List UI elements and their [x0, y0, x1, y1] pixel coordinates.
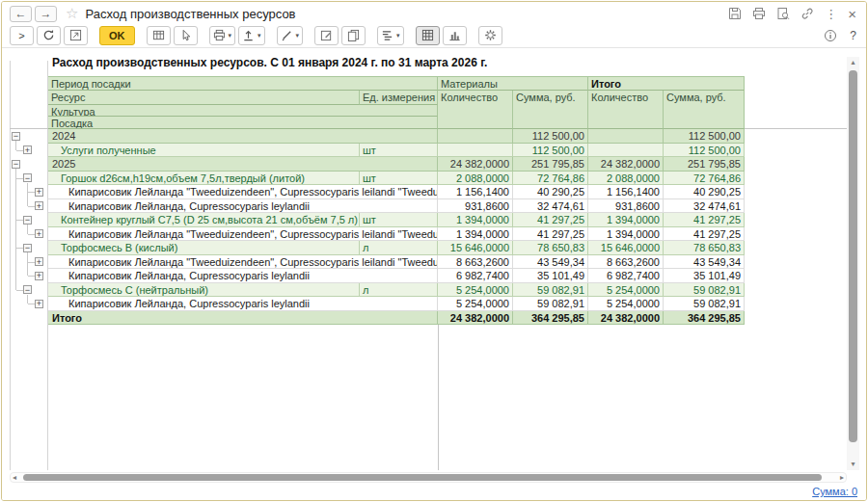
- collapse-group-button[interactable]: −: [23, 173, 32, 182]
- cell-qty-materials[interactable]: 24 382,0000: [438, 157, 513, 172]
- cell-qty-materials[interactable]: 931,8600: [438, 199, 513, 214]
- more-menu-icon[interactable]: ⋮: [825, 7, 837, 21]
- cell-sum-total[interactable]: 112 500,00: [664, 144, 745, 158]
- header-cell-qty-total[interactable]: Количество: [588, 91, 664, 129]
- brush-dropdown-icon[interactable]: ▾: [296, 32, 300, 40]
- cell-sum-total[interactable]: 251 795,85: [664, 157, 745, 172]
- vertical-scrollbar[interactable]: ▴ ▾: [847, 57, 859, 470]
- cell-sum-materials[interactable]: 41 297,25: [513, 213, 588, 227]
- cell-qty-total[interactable]: 1 394,0000: [588, 227, 664, 242]
- cell-qty-materials[interactable]: 1 156,1400: [438, 185, 513, 199]
- help-icon[interactable]: ?: [850, 29, 856, 42]
- close-icon[interactable]: ×: [848, 6, 856, 22]
- cell-unit[interactable]: л: [360, 241, 438, 255]
- scroll-down-icon[interactable]: ▾: [847, 460, 859, 469]
- cell-qty-materials[interactable]: 8 663,2600: [438, 255, 513, 270]
- cell-qty-total[interactable]: 2 088,0000: [588, 172, 664, 186]
- refresh-button[interactable]: [37, 26, 61, 45]
- cell-sum-materials[interactable]: 364 295,85: [513, 311, 588, 326]
- cell-unit[interactable]: шт: [360, 144, 438, 158]
- row-label[interactable]: Услуги полученные: [48, 144, 360, 158]
- cell-qty-materials[interactable]: 24 382,0000: [438, 311, 513, 326]
- header-cell-unit[interactable]: Ед. измерения: [360, 91, 438, 105]
- horizontal-scrollbar[interactable]: ◂ ▸: [10, 472, 847, 483]
- outline-levels-button[interactable]: ▾: [377, 26, 404, 45]
- cell-qty-materials[interactable]: [438, 144, 513, 158]
- cell-sum-materials[interactable]: 78 650,83: [513, 241, 588, 255]
- cell-sum-total[interactable]: 43 549,34: [664, 255, 745, 270]
- header-cell-qty-materials[interactable]: Количество: [438, 91, 513, 129]
- cell-sum-total[interactable]: 35 101,49: [664, 269, 745, 283]
- header-cell-resource[interactable]: Ресурс: [48, 91, 360, 105]
- cell-sum-materials[interactable]: 251 795,85: [513, 157, 588, 172]
- cell-qty-materials[interactable]: 2 088,0000: [438, 172, 513, 186]
- cell-qty-total[interactable]: [588, 144, 664, 158]
- expand-group-button[interactable]: +: [35, 229, 43, 238]
- expand-group-button[interactable]: +: [35, 257, 43, 266]
- expand-group-button[interactable]: +: [35, 300, 43, 308]
- cell-qty-total[interactable]: 8 663,2600: [588, 255, 664, 270]
- cell-qty-total[interactable]: 1 156,1400: [588, 185, 664, 199]
- horizontal-scroll-thumb[interactable]: [23, 474, 822, 481]
- expand-group-button[interactable]: +: [35, 272, 43, 280]
- cell-sum-total[interactable]: 59 082,91: [664, 297, 745, 311]
- format-brush-button[interactable]: ▾: [277, 26, 304, 45]
- scroll-up-icon[interactable]: ▴: [847, 58, 859, 67]
- header-cell-planting[interactable]: Посадка: [48, 117, 438, 129]
- cell-sum-materials[interactable]: 41 297,25: [513, 227, 588, 242]
- collapse-group-button[interactable]: −: [23, 244, 32, 252]
- row-label[interactable]: Кипарисовик Лейланда "Tweeduizendeen", C…: [48, 255, 438, 270]
- favorite-star-icon[interactable]: ☆: [66, 5, 78, 22]
- row-label[interactable]: 2024: [48, 129, 438, 144]
- row-label[interactable]: 2025: [48, 157, 438, 172]
- cell-qty-materials[interactable]: 1 394,0000: [438, 227, 513, 242]
- row-label[interactable]: Торфосмесь В (кислый): [48, 241, 360, 255]
- cell-qty-materials[interactable]: 6 982,7400: [438, 269, 513, 283]
- header-cell-sum-materials[interactable]: Сумма, руб.: [513, 91, 588, 129]
- cell-qty-materials[interactable]: 15 646,0000: [438, 241, 513, 255]
- info-icon[interactable]: [824, 29, 837, 42]
- preview-icon[interactable]: [776, 7, 790, 20]
- grid-settings-button[interactable]: [147, 26, 171, 45]
- sum-status-link[interactable]: Сумма: 0: [812, 486, 857, 497]
- save-icon[interactable]: [728, 7, 742, 20]
- collapse-group-button[interactable]: −: [23, 285, 32, 294]
- scroll-left-icon[interactable]: ◂: [13, 473, 16, 482]
- cell-unit[interactable]: л: [360, 283, 438, 298]
- cell-qty-total[interactable]: 6 982,7400: [588, 269, 664, 283]
- cell-sum-materials[interactable]: 32 474,61: [513, 199, 588, 214]
- cell-sum-total[interactable]: 32 474,61: [664, 199, 745, 214]
- cell-sum-total[interactable]: 112 500,00: [664, 129, 745, 144]
- expand-group-button[interactable]: +: [35, 188, 43, 197]
- forward-button[interactable]: →: [35, 6, 57, 22]
- cell-qty-materials[interactable]: 5 254,0000: [438, 297, 513, 311]
- cell-qty-total[interactable]: 1 394,0000: [588, 213, 664, 227]
- report-title[interactable]: Расход производственных ресурсов. С 01 я…: [52, 56, 487, 69]
- cell-sum-materials[interactable]: 43 549,34: [513, 255, 588, 270]
- row-label[interactable]: Кипарисовик Лейланда "Tweeduizendeen", C…: [48, 185, 438, 199]
- print-button[interactable]: ▾: [209, 26, 236, 45]
- edit-button[interactable]: [314, 26, 339, 45]
- cell-qty-total[interactable]: [588, 129, 664, 144]
- row-label[interactable]: Торфосмесь С (нейтральный): [48, 283, 360, 298]
- cell-qty-total[interactable]: 24 382,0000: [588, 311, 664, 326]
- back-button[interactable]: ←: [10, 6, 32, 22]
- copy-button[interactable]: [341, 26, 366, 45]
- header-cell-period[interactable]: Период посадки: [48, 76, 438, 91]
- row-label[interactable]: Итого: [48, 311, 438, 326]
- cell-sum-total[interactable]: 72 764,86: [664, 172, 745, 186]
- row-label[interactable]: Кипарисовик Лейланда, Cupressocyparis le…: [48, 269, 438, 283]
- cell-qty-materials[interactable]: 1 394,0000: [438, 213, 513, 227]
- collapse-group-button[interactable]: −: [12, 132, 20, 141]
- cell-sum-total[interactable]: 40 290,25: [664, 185, 745, 199]
- cell-qty-materials[interactable]: 5 254,0000: [438, 283, 513, 298]
- cell-sum-materials[interactable]: 59 082,91: [513, 297, 588, 311]
- header-cell-materials[interactable]: Материалы: [438, 76, 588, 91]
- expand-group-button[interactable]: +: [35, 201, 43, 210]
- header-cell-culture[interactable]: Культура: [48, 105, 438, 117]
- expand-group-button[interactable]: +: [23, 145, 32, 154]
- cell-sum-total[interactable]: 364 295,85: [664, 311, 745, 326]
- row-label[interactable]: Горшок d26см,h19см,объем 7,5л,твердый (л…: [48, 172, 360, 186]
- print-icon[interactable]: [752, 7, 766, 20]
- cell-sum-materials[interactable]: 112 500,00: [513, 129, 588, 144]
